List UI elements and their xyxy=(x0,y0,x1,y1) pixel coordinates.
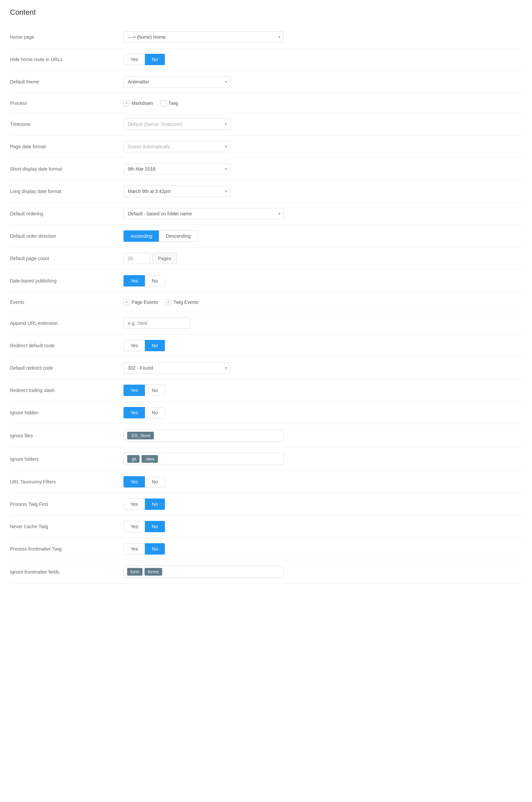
select-wrapper-timezone: Default (Server Timezone)▾ xyxy=(124,118,230,130)
toggle-option-no[interactable]: No xyxy=(145,521,165,532)
select-wrapper-page-date-format: Guess automatically▾ xyxy=(124,141,230,152)
toggle-redirect-trailing-slash: YesNo xyxy=(124,385,165,396)
label-short-display-date: Short display date format xyxy=(10,166,124,172)
check-checked-icon: ✓ xyxy=(165,299,171,305)
toggle-option-no[interactable]: No xyxy=(145,407,165,418)
label-ignore-hidden: Ignore hidden xyxy=(10,410,124,415)
label-default-page-count: Default page count xyxy=(10,256,124,261)
settings-row-events: Events✓Page Events✓Twig Events xyxy=(10,292,522,312)
tag-area-ignore-frontmatter-fields[interactable]: formforms xyxy=(124,565,284,578)
control-default-page-count: Pages xyxy=(124,253,522,264)
toggle-option-yes[interactable]: Yes xyxy=(124,407,145,418)
toggle-option-yes[interactable]: Yes xyxy=(124,54,145,65)
control-url-taxonomy-filters: YesNo xyxy=(124,476,522,487)
toggle-option-no[interactable]: No xyxy=(145,340,165,351)
label-events: Events xyxy=(10,299,124,305)
toggle-option-no[interactable]: No xyxy=(145,275,165,286)
select-default-theme[interactable]: Antimatter xyxy=(124,76,230,88)
control-short-display-date: 9th Mar 2018▾ xyxy=(124,163,522,175)
checkbox-label: Page Events xyxy=(132,299,158,305)
settings-row-page-date-format: Page date formatGuess automatically▾ xyxy=(10,135,522,158)
toggle-option-no[interactable]: No xyxy=(145,499,165,510)
toggle-process-twig-first: YesNo xyxy=(124,499,165,510)
label-redirect-trailing-slash: Redirect trailing slash xyxy=(10,388,124,393)
label-default-ordering: Default ordering xyxy=(10,211,124,216)
settings-row-short-display-date: Short display date format9th Mar 2018▾ xyxy=(10,158,522,180)
toggle-option-yes[interactable]: Yes xyxy=(124,543,145,555)
toggle-option-yes[interactable]: Yes xyxy=(124,499,145,510)
select-wrapper-default-redirect-code: 302 - Found▾ xyxy=(124,362,230,374)
toggle-option-no[interactable]: No xyxy=(145,385,165,396)
settings-row-url-taxonomy-filters: URL Taxonomy FiltersYesNo xyxy=(10,471,522,493)
tag-pill[interactable]: form xyxy=(127,568,142,576)
toggle-option-no[interactable]: No xyxy=(145,54,165,65)
tag-text: .DS_Store xyxy=(131,433,151,438)
toggle-process-frontmatter-twig: YesNo xyxy=(124,543,165,555)
toggle-option-yes[interactable]: Yes xyxy=(124,385,145,396)
checkbox-markdown[interactable]: ✓Markdown xyxy=(124,100,153,106)
tag-area-ignore-files[interactable]: .DS_Store xyxy=(124,429,284,442)
tag-text: .git xyxy=(131,456,136,462)
toggle-option-yes[interactable]: Yes xyxy=(124,275,145,286)
label-home-page: Home page xyxy=(10,34,124,40)
tag-pill[interactable]: .DS_Store xyxy=(127,432,154,440)
control-redirect-default-route: YesNo xyxy=(124,340,522,351)
toggle-option-yes[interactable]: Yes xyxy=(124,521,145,532)
toggle-url-taxonomy-filters: YesNo xyxy=(124,476,165,487)
select-wrapper-home-page: ––> (home) Home▾ xyxy=(124,31,284,43)
select-default-ordering[interactable]: Default - based on folder name xyxy=(124,208,284,219)
settings-row-default-ordering: Default orderingDefault - based on folde… xyxy=(10,203,522,225)
settings-row-default-order-direction: Default order directionAscendingDescendi… xyxy=(10,225,522,247)
label-date-based-publishing: Date-based publishing xyxy=(10,278,124,283)
select-timezone[interactable]: Default (Server Timezone) xyxy=(124,118,230,130)
checkbox-twig[interactable]: Twig xyxy=(160,100,178,106)
check-unchecked-icon xyxy=(160,100,167,106)
select-wrapper-default-theme: Antimatter▾ xyxy=(124,76,230,88)
control-never-cache-twig: YesNo xyxy=(124,521,522,532)
checkbox-twig-events[interactable]: ✓Twig Events xyxy=(165,299,198,305)
text-input-append-url-extension[interactable] xyxy=(124,318,190,329)
settings-row-hide-home-route: Hide home route in URLsYesNo xyxy=(10,49,522,71)
label-url-taxonomy-filters: URL Taxonomy Filters xyxy=(10,479,124,484)
control-default-redirect-code: 302 - Found▾ xyxy=(124,362,522,374)
tag-pill[interactable]: forms xyxy=(145,568,162,576)
settings-row-append-url-extension: Append URL extension xyxy=(10,312,522,335)
toggle-option-no[interactable]: No xyxy=(145,476,165,487)
label-process-twig-first: Process Twig First xyxy=(10,502,124,507)
select-page-date-format[interactable]: Guess automatically xyxy=(124,141,230,152)
tag-area-ignore-folders[interactable]: .git.idea xyxy=(124,453,284,465)
checkbox-page-events[interactable]: ✓Page Events xyxy=(124,299,158,305)
control-ignore-frontmatter-fields: formforms xyxy=(124,565,522,578)
control-ignore-hidden: YesNo xyxy=(124,407,522,418)
tag-pill[interactable]: .idea xyxy=(141,455,157,463)
settings-row-ignore-hidden: Ignore hiddenYesNo xyxy=(10,402,522,424)
pages-label: Pages xyxy=(152,253,177,264)
label-ignore-folders: Ignore folders xyxy=(10,456,124,462)
control-default-theme: Antimatter▾ xyxy=(124,76,522,88)
select-home-page[interactable]: ––> (home) Home xyxy=(124,31,284,43)
checkbox-label: Twig Events xyxy=(173,299,198,305)
toggle-option-ascending[interactable]: Ascending xyxy=(124,230,159,242)
page-count-input[interactable] xyxy=(124,253,150,264)
control-append-url-extension xyxy=(124,318,522,329)
select-wrapper-long-display-date: March 9th at 3:42pm▾ xyxy=(124,186,230,197)
control-page-date-format: Guess automatically▾ xyxy=(124,141,522,152)
control-default-order-direction: AscendingDescending xyxy=(124,230,522,242)
control-long-display-date: March 9th at 3:42pm▾ xyxy=(124,186,522,197)
checkbox-label: Twig xyxy=(169,100,178,106)
settings-row-process-twig-first: Process Twig FirstYesNo xyxy=(10,493,522,516)
control-default-ordering: Default - based on folder name▾ xyxy=(124,208,522,219)
toggle-option-yes[interactable]: Yes xyxy=(124,476,145,487)
select-short-display-date[interactable]: 9th Mar 2018 xyxy=(124,163,230,175)
label-long-display-date: Long display date format xyxy=(10,189,124,194)
toggle-option-descending[interactable]: Descending xyxy=(159,230,197,242)
page-title: Content xyxy=(10,8,522,17)
toggle-option-no[interactable]: No xyxy=(145,543,165,555)
label-default-order-direction: Default order direction xyxy=(10,234,124,239)
toggle-default-order-direction: AscendingDescending xyxy=(124,230,197,242)
select-long-display-date[interactable]: March 9th at 3:42pm xyxy=(124,186,230,197)
settings-row-home-page: Home page––> (home) Home▾ xyxy=(10,26,522,49)
select-default-redirect-code[interactable]: 302 - Found xyxy=(124,362,230,374)
toggle-option-yes[interactable]: Yes xyxy=(124,340,145,351)
tag-pill[interactable]: .git xyxy=(127,455,139,463)
